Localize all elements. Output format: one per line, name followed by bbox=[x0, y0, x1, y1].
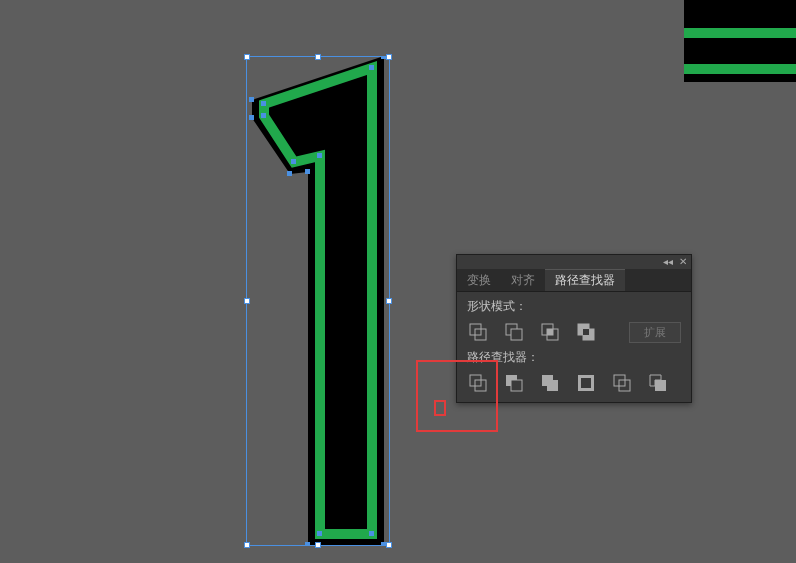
svg-rect-23 bbox=[583, 329, 589, 335]
resize-handle[interactable] bbox=[315, 542, 321, 548]
trim-icon[interactable] bbox=[503, 372, 525, 394]
annotation-box bbox=[416, 360, 498, 432]
shape-modes-label: 形状模式： bbox=[467, 298, 681, 315]
svg-rect-17 bbox=[511, 329, 522, 340]
crop-icon[interactable] bbox=[575, 372, 597, 394]
resize-handle[interactable] bbox=[244, 298, 250, 304]
svg-rect-31 bbox=[581, 378, 591, 388]
merge-icon[interactable] bbox=[539, 372, 561, 394]
panel-tabs: 变换 对齐 路径查找器 bbox=[457, 269, 691, 292]
resize-handle[interactable] bbox=[244, 54, 250, 60]
panel-header: ◂◂ ✕ bbox=[457, 255, 691, 269]
tab-transform[interactable]: 变换 bbox=[457, 269, 501, 291]
unite-icon[interactable] bbox=[467, 321, 489, 343]
pathfinders-row bbox=[467, 370, 681, 400]
swatch-bar bbox=[684, 28, 796, 38]
tab-pathfinder[interactable]: 路径查找器 bbox=[545, 269, 625, 291]
intersect-icon[interactable] bbox=[539, 321, 561, 343]
swatch-bar bbox=[684, 64, 796, 74]
panel-close-icon[interactable]: ✕ bbox=[679, 257, 687, 267]
expand-button[interactable]: 扩展 bbox=[629, 322, 681, 343]
shape-modes-row: 扩展 bbox=[467, 319, 681, 349]
pathfinders-label: 路径查找器： bbox=[467, 349, 681, 366]
minus-front-icon[interactable] bbox=[503, 321, 525, 343]
tab-align[interactable]: 对齐 bbox=[501, 269, 545, 291]
minus-back-icon[interactable] bbox=[647, 372, 669, 394]
exclude-icon[interactable] bbox=[575, 321, 597, 343]
resize-handle[interactable] bbox=[315, 54, 321, 60]
panel-collapse-icon[interactable]: ◂◂ bbox=[663, 257, 673, 267]
resize-handle[interactable] bbox=[386, 298, 392, 304]
canvas[interactable]: ◂◂ ✕ 变换 对齐 路径查找器 形状模式： bbox=[0, 0, 796, 563]
resize-handle[interactable] bbox=[386, 54, 392, 60]
swatch-preview bbox=[684, 0, 796, 82]
svg-rect-29 bbox=[547, 380, 558, 391]
selection-bounding-box[interactable] bbox=[246, 56, 390, 546]
outline-icon[interactable] bbox=[611, 372, 633, 394]
resize-handle[interactable] bbox=[244, 542, 250, 548]
annotation-box-inner bbox=[434, 400, 446, 416]
resize-handle[interactable] bbox=[386, 542, 392, 548]
svg-rect-34 bbox=[655, 380, 666, 391]
svg-rect-20 bbox=[547, 329, 553, 335]
svg-rect-27 bbox=[511, 380, 522, 391]
